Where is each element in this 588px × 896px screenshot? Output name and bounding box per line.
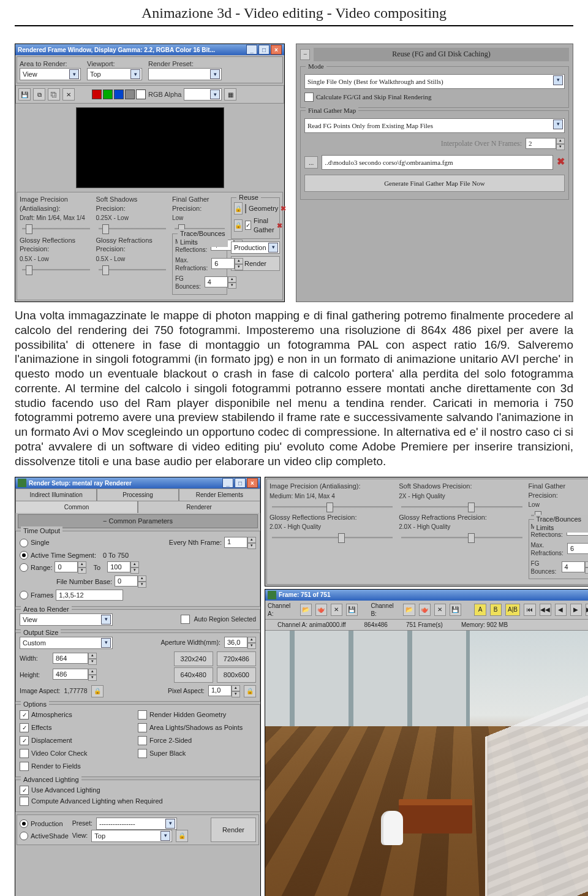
area-to-render-select[interactable]: View▾ [20, 68, 81, 80]
auto-region-check[interactable] [181, 615, 190, 624]
minimize-button[interactable]: _ [222, 478, 233, 488]
radio-active-segment[interactable] [20, 551, 28, 560]
delete-icon[interactable]: ✖ [281, 204, 286, 213]
tab-render-elements[interactable]: Render Elements [179, 488, 260, 501]
image-precision-slider[interactable] [22, 228, 90, 230]
fgm-select[interactable]: Read FG Points Only from Existing Map Fi… [304, 118, 565, 133]
generate-fgm-button[interactable]: Generate Final Gather Map File Now [304, 175, 565, 192]
mode-select[interactable]: Single File Only (Best for Walkthrough a… [304, 74, 565, 89]
lock-icon[interactable]: 🔒 [234, 219, 243, 232]
preset-720x486[interactable]: 720x486 [217, 651, 256, 666]
radio-activeshade[interactable] [20, 832, 28, 840]
max-refr-spinner[interactable]: 6▴▾ [211, 258, 243, 270]
lock-icon[interactable]: 🔒 [234, 202, 243, 215]
lock-icon[interactable]: 🔒 [244, 685, 256, 697]
save-a-icon[interactable]: 💾 [346, 604, 358, 616]
compare-b-button[interactable]: B [490, 604, 502, 616]
area-lights-check[interactable] [138, 723, 147, 732]
render-to-fields-check[interactable] [20, 762, 29, 771]
range-from-spinner[interactable]: 0▴▾ [55, 561, 86, 574]
copy-icon[interactable]: ⧉ [33, 88, 45, 101]
close-button[interactable]: × [247, 478, 258, 488]
maximize-button[interactable]: □ [235, 478, 246, 488]
render-button[interactable]: Render [211, 818, 256, 842]
glossy-refl-slider[interactable] [22, 269, 90, 271]
use-adv-lighting-check[interactable]: ✓ [20, 786, 29, 795]
play-icon[interactable]: ▶ [570, 604, 582, 616]
play-back-icon[interactable]: ◀ [555, 604, 567, 616]
video-color-check[interactable] [20, 749, 29, 758]
alpha-channel-toggle[interactable] [125, 89, 135, 99]
clear-path-icon[interactable]: ✖ [557, 156, 565, 169]
calc-fg-check[interactable] [304, 93, 314, 102]
close-button[interactable]: × [271, 45, 282, 55]
production-select[interactable]: Production▾ [231, 241, 280, 254]
fg-bounces-spinner[interactable]: 4▴▾ [562, 561, 588, 574]
displacement-check[interactable]: ✓ [20, 736, 29, 745]
radio-single[interactable] [20, 539, 28, 547]
save-b-icon[interactable]: 💾 [450, 604, 461, 616]
collapse-button[interactable]: − [300, 49, 310, 60]
atmospherics-check[interactable]: ✓ [20, 710, 29, 719]
ssp-slider[interactable] [401, 506, 522, 508]
pixel-aspect-spinner[interactable]: 1,0▴▾ [208, 685, 240, 697]
final-gather-check[interactable]: ✓ [245, 221, 251, 230]
width-spinner[interactable]: 864▴▾ [53, 653, 97, 665]
toggle-overlay-icon[interactable]: ▦ [224, 88, 236, 101]
compare-a-button[interactable]: A [474, 604, 486, 616]
radio-production[interactable] [20, 819, 28, 828]
tab-renderer[interactable]: Renderer [138, 501, 260, 513]
ip-slider[interactable] [272, 506, 393, 508]
radio-frames[interactable] [20, 591, 28, 599]
aperture-spinner[interactable]: 36,0▴▾ [224, 637, 256, 649]
fgm-path-field[interactable]: ..d\modulo3 secondo corso\fg\ombraanima.… [322, 155, 553, 170]
render-preset-select[interactable]: ▾ [148, 68, 222, 80]
height-spinner[interactable]: 486▴▾ [53, 669, 97, 681]
first-frame-icon[interactable]: ⏮ [524, 604, 535, 616]
frames-input[interactable]: 1,3,5-12 [56, 590, 123, 601]
next-frame-icon[interactable]: ▶▶ [586, 604, 588, 616]
lock-icon[interactable]: 🔒 [91, 685, 104, 697]
geometry-check[interactable] [245, 204, 246, 213]
clear-icon[interactable]: ✕ [62, 88, 75, 101]
prev-frame-icon[interactable]: ◀◀ [540, 604, 551, 616]
delete-icon[interactable]: ✖ [277, 221, 282, 230]
radio-range[interactable] [20, 563, 28, 572]
mono-channel-toggle[interactable] [136, 89, 146, 99]
effects-check[interactable]: ✓ [20, 723, 29, 732]
tab-common[interactable]: Common [15, 501, 138, 513]
fg-bounces-spinner[interactable]: 4▴▾ [205, 276, 236, 289]
interpolate-spinner[interactable]: 2▴▾ [526, 138, 565, 150]
maximize-button[interactable]: □ [258, 45, 270, 55]
preset-select[interactable]: ----------------▾ [96, 818, 177, 830]
compare-ab-button[interactable]: A|B [505, 604, 521, 616]
teapot-b-icon[interactable]: 🫖 [419, 604, 431, 616]
preset-640x480[interactable]: 640x480 [174, 667, 213, 682]
teapot-a-icon[interactable]: 🫖 [315, 604, 327, 616]
compute-adv-lighting-check[interactable] [20, 797, 29, 806]
red-channel-toggle[interactable] [92, 89, 102, 99]
area-select[interactable]: View▾ [20, 613, 113, 626]
output-size-select[interactable]: Custom▾ [20, 637, 113, 649]
grap-slider[interactable] [401, 537, 522, 539]
grp-slider[interactable] [272, 537, 393, 539]
tab-processing[interactable]: Processing [97, 488, 178, 501]
alpha-select[interactable]: ▾ [184, 88, 222, 101]
preset-320x240[interactable]: 320x240 [174, 651, 213, 666]
range-to-spinner[interactable]: 100▴▾ [107, 561, 139, 574]
lock-icon[interactable]: 🔒 [176, 830, 188, 842]
glossy-refr-slider[interactable] [99, 269, 167, 271]
save-icon[interactable]: 💾 [18, 88, 31, 101]
force-2sided-check[interactable] [138, 736, 147, 745]
green-channel-toggle[interactable] [103, 89, 113, 99]
clone-icon[interactable]: ⿻ [48, 88, 60, 101]
viewport-select[interactable]: Top▾ [87, 68, 142, 80]
max-refr-spinner[interactable]: 6▴▾ [567, 543, 588, 555]
open-b-icon[interactable]: 📂 [403, 604, 415, 616]
tab-indirect-illumination[interactable]: Indirect Illumination [15, 488, 97, 501]
preset-800x600[interactable]: 800x600 [217, 667, 256, 682]
browse-button[interactable]: ... [304, 156, 318, 169]
super-black-check[interactable] [138, 749, 147, 758]
view-select[interactable]: Top▾ [91, 830, 172, 842]
nth-spinner[interactable]: 1▴▾ [224, 537, 256, 549]
